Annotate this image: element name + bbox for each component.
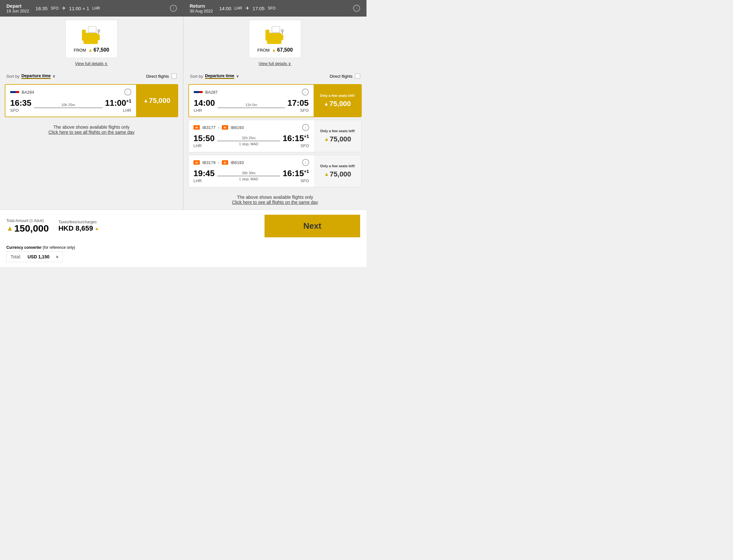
- depart-flight-price: ▲ 75,000: [143, 97, 170, 105]
- depart-flight-card-ba284[interactable]: BA284 i 16:35 SFO 10h 25m 11:00+1: [5, 84, 178, 117]
- return-ib3177-arrive-airport: SFO: [283, 143, 309, 148]
- return-avios-icon: ▲: [272, 47, 276, 53]
- depart-info-button[interactable]: i: [170, 5, 177, 12]
- return-notice: The above shows available flights only C…: [183, 190, 366, 210]
- depart-header: Depart 19 Jun 2022 16:35 SFO ✈ 11:00 + 1…: [0, 0, 183, 17]
- depart-label: Depart: [6, 3, 29, 9]
- return-ib3177-depart-airport: LHR: [193, 143, 215, 148]
- depart-flight-depart-time: 16:35: [10, 98, 32, 108]
- return-ib3179-price-panel[interactable]: Only a few seats left! ▲ 75,000: [314, 155, 361, 187]
- return-sort-bar: Sort by Departure time ∨ Direct flights: [183, 71, 366, 82]
- return-view-details[interactable]: View full details ∨: [259, 61, 291, 66]
- return-ib3179-info-btn[interactable]: i: [302, 159, 309, 166]
- return-from-airport: LHR: [234, 6, 242, 11]
- depart-direct-flights-checkbox[interactable]: [171, 74, 176, 79]
- return-ib3177-fn2: IB6193: [231, 125, 244, 130]
- return-ib3177-depart-time: 15:50: [193, 133, 215, 143]
- return-flight-card-ib3177[interactable]: IB IB3177 › IB IB6193 i 15:50 LHR 32h 25…: [188, 120, 362, 152]
- taxes-up-icon: ▲: [95, 226, 99, 231]
- return-ib3179-arrive-airport: SFO: [283, 178, 309, 183]
- return-info-button[interactable]: i: [353, 5, 360, 12]
- return-ba287-info-btn[interactable]: i: [302, 89, 309, 96]
- depart-flight-price-panel[interactable]: ▲ 75,000: [136, 85, 177, 117]
- total-amount-section: Total Amount (1 Adult) ▲ 150,000: [6, 219, 49, 234]
- return-ib3177-price-panel[interactable]: Only a few seats left! ▲ 75,000: [314, 120, 361, 152]
- return-plane-icon: ✈: [245, 5, 249, 11]
- return-cabin-price: FROM ▲ 67,500: [257, 47, 292, 53]
- return-sort-label: Sort by: [190, 74, 203, 79]
- return-ib3179-fn2: IB6193: [231, 160, 244, 165]
- return-ib3177-price: ▲ 75,000: [324, 135, 351, 143]
- currency-chevron-icon[interactable]: ∨: [56, 255, 59, 259]
- taxes-section: Taxes/fees/surcharges HKD 8,659 ▲: [58, 220, 99, 233]
- return-ba287-price: ▲ 75,000: [324, 100, 351, 108]
- taxes-value: HKD 8,659: [58, 224, 93, 233]
- return-flight-card-ib3179[interactable]: IB IB3179 › IB IB6193 i 19:45 LHR 28h 30…: [188, 155, 362, 187]
- depart-cabin-price: FROM ▲ 67,500: [74, 47, 109, 53]
- depart-date: 19 Jun 2022: [6, 9, 29, 13]
- svg-rect-11: [272, 26, 280, 32]
- return-flight-card-ba287[interactable]: BA287 i 14:00 LHR 11h 5m 17:05: [188, 84, 362, 117]
- return-ib3177-stops: 1 stop, MAD: [239, 142, 258, 146]
- return-ib6193b-logo: IB: [222, 160, 228, 165]
- return-to-time: 17:05: [253, 6, 265, 11]
- depart-flight-info-btn[interactable]: i: [124, 89, 131, 96]
- svg-rect-9: [267, 41, 281, 44]
- return-sort-by[interactable]: Departure time: [205, 73, 234, 79]
- depart-sort-bar: Sort by Departure time ∨ Direct flights: [0, 71, 183, 82]
- return-cabin-card: FROM ▲ 67,500: [249, 20, 301, 58]
- return-ba287-arrive-time: 17:05: [287, 98, 309, 108]
- depart-flight-depart-airport: SFO: [10, 108, 32, 113]
- depart-avios-icon: ▲: [88, 47, 93, 53]
- depart-cabin-price-value: 67,500: [94, 47, 109, 53]
- next-button[interactable]: Next: [264, 215, 360, 237]
- taxes-amount: HKD 8,659 ▲: [58, 224, 99, 233]
- total-amount-label: Total Amount (1 Adult): [6, 219, 49, 223]
- svg-point-6: [97, 29, 100, 32]
- depart-sort-by[interactable]: Departure time: [21, 73, 51, 79]
- return-ib3179-logo: IB: [193, 160, 200, 165]
- depart-from-airport: SFO: [51, 6, 59, 11]
- return-ib3177-seats-left: Only a few seats left!: [320, 129, 355, 133]
- return-sort-chevron[interactable]: ∨: [236, 74, 239, 78]
- depart-view-details[interactable]: View full details ∨: [75, 61, 108, 66]
- return-ba287-price-panel[interactable]: Only a few seats left! ▲ 75,000: [313, 85, 361, 117]
- return-direct-flights-checkbox[interactable]: [355, 74, 360, 79]
- return-ib3179-fn1: IB3179: [202, 160, 215, 165]
- return-seat-icon: [262, 25, 288, 47]
- depart-flight-arrive-airport: LHR: [105, 108, 131, 113]
- svg-rect-3: [97, 34, 100, 40]
- taxes-label: Taxes/fees/surcharges: [58, 220, 99, 224]
- depart-to-time: 11:00 + 1: [69, 6, 89, 11]
- return-ib3177-duration: 32h 25m: [242, 136, 255, 140]
- return-ib3177-info-btn[interactable]: i: [302, 124, 309, 131]
- total-amount-price: ▲ 150,000: [6, 223, 49, 234]
- depart-from-time: 16:35: [36, 6, 48, 11]
- return-ba287-duration: 11h 5m: [245, 103, 257, 107]
- return-click-link[interactable]: Click here to see all flights on the sam…: [190, 200, 360, 205]
- return-label: Return: [190, 3, 213, 9]
- svg-rect-4: [88, 26, 96, 32]
- svg-rect-2: [83, 41, 98, 44]
- depart-cabin-from-label: FROM: [74, 48, 86, 53]
- return-ib3177-fn1: IB3177: [202, 125, 215, 130]
- return-ib3179-stops: 1 stop, MAD: [239, 177, 258, 181]
- currency-total-label: Total:: [11, 254, 21, 259]
- return-ba287-arrive-airport: SFO: [287, 108, 309, 113]
- depart-cabin-card: FROM ▲ 67,500: [65, 20, 117, 58]
- return-ib3179-duration: 28h 30m: [242, 171, 255, 175]
- depart-sort-label: Sort by: [6, 74, 19, 79]
- depart-click-link[interactable]: Click here to see all flights on the sam…: [6, 130, 176, 135]
- currency-area: Currency converter (for reference only) …: [0, 242, 366, 267]
- return-ba287-depart-time: 14:00: [194, 98, 215, 108]
- currency-box[interactable]: Total: USD 1,150 ∨: [6, 251, 63, 262]
- return-ib3179-depart-time: 19:45: [193, 169, 215, 178]
- depart-plane-icon: ✈: [62, 5, 66, 11]
- footer: Total Amount (1 Adult) ▲ 150,000 Taxes/f…: [0, 210, 366, 242]
- depart-flight-arrive-time: 11:00+1: [105, 98, 131, 108]
- return-ba-logo: [194, 91, 203, 93]
- svg-point-13: [281, 29, 284, 32]
- return-direct-flights-label: Direct flights: [329, 74, 352, 79]
- return-ib3179-depart-airport: LHR: [193, 178, 215, 183]
- depart-sort-chevron[interactable]: ∨: [53, 74, 55, 78]
